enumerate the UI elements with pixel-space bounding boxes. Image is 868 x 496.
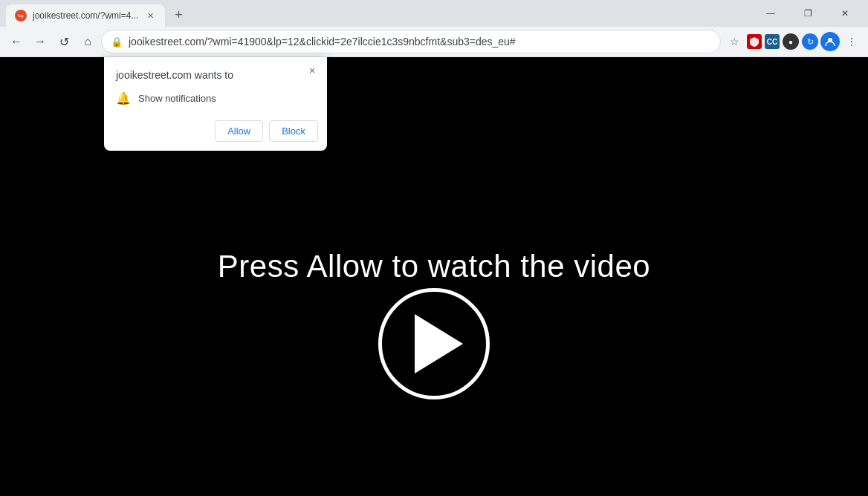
forward-button[interactable]: → <box>30 31 51 52</box>
cc-extension[interactable]: CC <box>765 34 780 49</box>
tab-title: jooikestreet.com/?wmi=4... <box>33 10 138 21</box>
back-button[interactable]: ← <box>6 31 27 52</box>
reload-button[interactable]: ↺ <box>54 31 74 52</box>
permission-row: 🔔 Show notifications <box>104 87 327 114</box>
permission-label: Show notifications <box>138 93 216 104</box>
page-main-text: Press Allow to watch the video <box>218 249 650 284</box>
tab-favicon <box>15 10 27 22</box>
play-button[interactable] <box>378 288 490 399</box>
address-bar[interactable]: 🔒 jooikestreet.com/?wmi=41900&lp=12&clic… <box>101 30 721 53</box>
title-bar: jooikestreet.com/?wmi=4... ✕ + — ❐ ✕ <box>0 0 868 27</box>
new-tab-button[interactable]: + <box>168 4 189 25</box>
allow-button[interactable]: Allow <box>215 120 263 142</box>
nav-bar: ← → ↺ ⌂ 🔒 jooikestreet.com/?wmi=41900&lp… <box>0 27 868 56</box>
close-button[interactable]: ✕ <box>828 3 862 24</box>
url-text: jooikestreet.com/?wmi=41900&lp=12&clicki… <box>129 36 711 48</box>
maximize-button[interactable]: ❐ <box>791 3 825 24</box>
toolbar-right: ☆ CC ● ↻ ⋮ <box>724 31 862 52</box>
dialog-title: jooikestreet.com wants to <box>104 57 327 87</box>
tab-close-button[interactable]: ✕ <box>144 10 156 22</box>
active-tab[interactable]: jooikestreet.com/?wmi=4... ✕ <box>6 4 165 27</box>
sync-extension[interactable]: ↻ <box>802 33 818 50</box>
profile-avatar[interactable] <box>820 32 840 51</box>
tab-strip: jooikestreet.com/?wmi=4... ✕ + <box>6 0 754 27</box>
home-button[interactable]: ⌂ <box>77 31 98 52</box>
window-controls: — ❐ ✕ <box>754 3 862 24</box>
dialog-actions: Allow Block <box>104 114 327 151</box>
mcafee-extension[interactable] <box>747 34 762 49</box>
play-triangle-icon <box>415 314 463 373</box>
circle-extension[interactable]: ● <box>783 33 799 50</box>
minimize-button[interactable]: — <box>754 3 788 24</box>
menu-button[interactable]: ⋮ <box>841 31 862 52</box>
permission-dialog: × jooikestreet.com wants to 🔔 Show notif… <box>104 57 327 151</box>
web-content: Press Allow to watch the video × jooikes… <box>0 57 868 496</box>
bell-icon: 🔔 <box>116 91 131 105</box>
bookmark-button[interactable]: ☆ <box>724 31 745 52</box>
dialog-close-button[interactable]: × <box>305 63 320 78</box>
lock-icon: 🔒 <box>111 36 123 48</box>
browser-chrome: jooikestreet.com/?wmi=4... ✕ + — ❐ ✕ ← →… <box>0 0 868 57</box>
block-button[interactable]: Block <box>269 120 318 142</box>
